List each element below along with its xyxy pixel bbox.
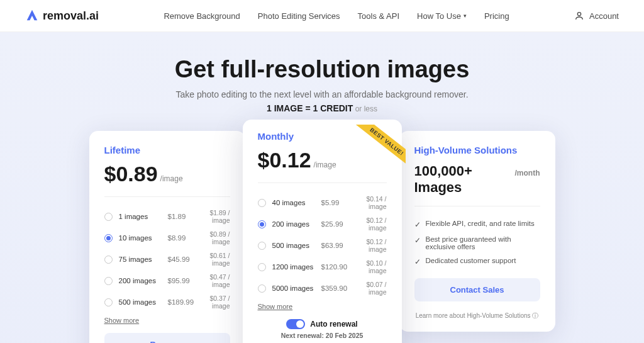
- nav-tools-api[interactable]: Tools & API: [358, 11, 399, 21]
- auto-renewal-label: Auto renewal: [310, 320, 357, 329]
- radio-icon: [104, 256, 113, 264]
- card-high-volume: High-Volume Solutions 100,000+ Images/mo…: [399, 131, 555, 332]
- option-price: $63.99: [321, 242, 354, 249]
- lifetime-option[interactable]: 200 images$95.99$0.47 / image: [104, 270, 230, 291]
- high-volume-benefits: ✓Flexible API, credit, and rate limits✓B…: [414, 216, 540, 269]
- option-name: 1 images: [119, 213, 168, 220]
- check-icon: ✓: [414, 236, 421, 245]
- best-value-ribbon: BEST VALUE!: [349, 125, 406, 169]
- card-lifetime: Lifetime $0.89/image 1 images$1.89$1.89 …: [89, 131, 245, 343]
- card-monthly: BEST VALUE! Monthly $0.12/image 40 image…: [243, 120, 402, 343]
- chevron-down-icon: ▾: [464, 13, 467, 19]
- radio-icon: [258, 284, 266, 293]
- auto-renewal-row: Auto renewal: [258, 319, 387, 329]
- option-name: 200 images: [272, 220, 321, 228]
- option-price: $25.99: [321, 220, 354, 228]
- option-price: $8.99: [168, 234, 201, 242]
- option-price: $189.99: [168, 298, 201, 306]
- check-icon: ✓: [414, 257, 421, 266]
- radio-icon: [104, 277, 113, 285]
- radio-icon: [258, 263, 266, 271]
- lifetime-option[interactable]: 10 images$8.99$0.89 / image: [104, 227, 230, 249]
- show-more-monthly[interactable]: Show more: [258, 303, 387, 310]
- credit-equation: 1 IMAGE = 1 CREDIT or less: [25, 103, 619, 113]
- option-name: 500 images: [272, 242, 321, 249]
- benefit-item: ✓Best price guaranteed with exclusive of…: [414, 232, 540, 254]
- lifetime-option[interactable]: 75 images$45.99$0.61 / image: [104, 249, 230, 270]
- monthly-option[interactable]: 5000 images$359.90$0.07 / image: [258, 278, 387, 299]
- option-per: $0.14 / image: [354, 195, 387, 210]
- option-name: 500 images: [119, 298, 168, 306]
- monthly-options: 40 images$5.99$0.14 / image200 images$25…: [258, 192, 387, 299]
- option-name: 40 images: [272, 199, 321, 206]
- radio-icon: [258, 199, 266, 207]
- option-name: 5000 images: [272, 284, 321, 292]
- radio-icon: [104, 213, 113, 221]
- radio-icon: [258, 242, 266, 250]
- svg-point-0: [577, 13, 580, 16]
- option-per: $0.61 / image: [201, 252, 230, 267]
- option-per: $0.07 / image: [354, 281, 387, 296]
- user-icon: [574, 11, 584, 21]
- logo-icon: [25, 9, 39, 23]
- lifetime-option[interactable]: 1 images$1.89$1.89 / image: [104, 206, 230, 227]
- monthly-option[interactable]: 500 images$63.99$0.12 / image: [258, 235, 387, 256]
- benefit-item: ✓Dedicated customer support: [414, 254, 540, 269]
- option-price: $5.99: [321, 199, 354, 206]
- option-price: $95.99: [168, 277, 201, 284]
- monthly-option[interactable]: 1200 images$120.90$0.10 / image: [258, 256, 387, 278]
- logo[interactable]: removal.ai: [25, 9, 99, 23]
- lifetime-option[interactable]: 500 images$189.99$0.37 / image: [104, 291, 230, 313]
- option-per: $0.12 / image: [354, 238, 387, 253]
- contact-sales-button[interactable]: Contact Sales: [414, 278, 540, 301]
- option-price: $45.99: [168, 256, 201, 263]
- main-nav: Remove Background Photo Editing Services…: [164, 11, 509, 21]
- option-price: $359.90: [321, 284, 354, 292]
- option-per: $0.89 / image: [201, 230, 230, 245]
- hero: Get full-resolution images Take photo ed…: [0, 32, 644, 343]
- price-lifetime: $0.89/image: [104, 162, 230, 197]
- learn-more-link[interactable]: Learn more about High-Volume Solutions ⓘ: [414, 312, 540, 320]
- pricing-cards: Lifetime $0.89/image 1 images$1.89$1.89 …: [25, 131, 619, 343]
- check-icon: ✓: [414, 220, 421, 229]
- card-title-lifetime: Lifetime: [104, 145, 230, 155]
- auto-renewal-toggle[interactable]: [286, 319, 305, 329]
- nav-remove-background[interactable]: Remove Background: [164, 11, 240, 21]
- lifetime-options: 1 images$1.89$1.89 / image10 images$8.99…: [104, 206, 230, 313]
- option-name: 75 images: [119, 256, 168, 263]
- option-price: $1.89: [168, 213, 201, 220]
- option-per: $0.12 / image: [354, 216, 387, 232]
- page-subtitle: Take photo editing to the next level wit…: [25, 89, 619, 99]
- nav-photo-editing[interactable]: Photo Editing Services: [258, 11, 340, 21]
- card-title-high-volume: High-Volume Solutions: [414, 145, 540, 155]
- option-name: 200 images: [119, 277, 168, 284]
- next-renewal: Next renewal: 20 Feb 2025: [258, 332, 387, 339]
- option-per: $1.89 / image: [201, 209, 230, 224]
- brand-name: removal.ai: [43, 9, 99, 23]
- option-per: $0.47 / image: [201, 273, 230, 288]
- option-name: 10 images: [119, 234, 168, 242]
- nav-how-to-use[interactable]: How To Use▾: [417, 11, 467, 21]
- option-per: $0.10 / image: [354, 259, 387, 274]
- radio-icon: [104, 298, 113, 306]
- nav-pricing[interactable]: Pricing: [484, 11, 509, 21]
- option-name: 1200 images: [272, 263, 321, 271]
- monthly-option[interactable]: 40 images$5.99$0.14 / image: [258, 192, 387, 213]
- high-volume-amount: 100,000+ Images/month: [414, 163, 540, 206]
- benefit-item: ✓Flexible API, credit, and rate limits: [414, 216, 540, 232]
- header: removal.ai Remove Background Photo Editi…: [0, 0, 644, 32]
- page-title: Get full-resolution images: [25, 56, 619, 83]
- account-link[interactable]: Account: [574, 11, 619, 21]
- radio-icon: [258, 220, 266, 228]
- monthly-option[interactable]: 200 images$25.99$0.12 / image: [258, 213, 387, 235]
- buy-now-button[interactable]: Buy now: [104, 333, 230, 343]
- option-per: $0.37 / image: [201, 295, 230, 310]
- show-more-lifetime[interactable]: Show more: [104, 317, 230, 324]
- option-price: $120.90: [321, 263, 354, 271]
- radio-icon: [104, 234, 113, 242]
